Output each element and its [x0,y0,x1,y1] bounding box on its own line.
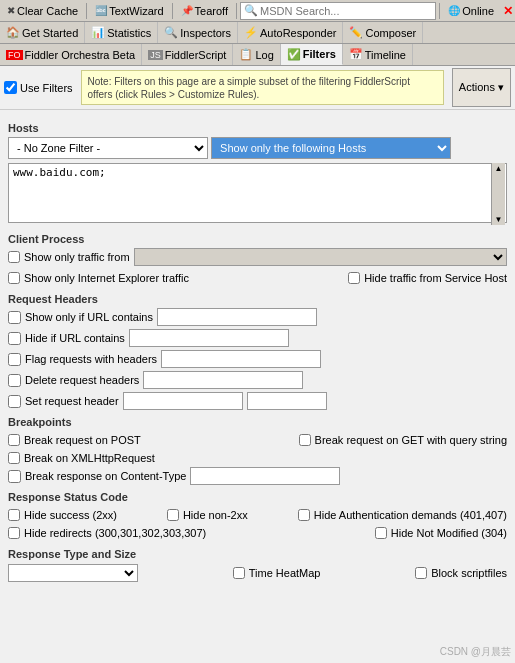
flag-headers-input[interactable] [161,350,321,368]
hide-url-label: Hide if URL contains [25,332,125,344]
composer-icon: ✏️ [349,26,363,39]
traffic-from-select[interactable] [134,248,507,266]
hide-url-input[interactable]: png [129,329,289,347]
delete-headers-label: Delete request headers [25,374,139,386]
clear-cache-icon: ✖ [7,5,15,16]
break-post-label: Break request on POST [24,434,141,446]
hide-service-checkbox[interactable] [348,272,360,284]
filter-bar: Use Filters Note: Filters on this page a… [0,66,515,110]
log-icon: 📋 [239,48,253,61]
breakpoints-row1: Break request on POST Break request on G… [8,431,507,449]
separator3 [236,3,237,19]
hosts-textarea[interactable]: www.baidu.com; [8,163,507,223]
block-scripts-checkbox[interactable] [415,567,427,579]
use-filters-checkbox-row: Use Filters [4,68,73,107]
response-row2: Hide redirects (300,301,302,303,307) Hid… [8,524,507,542]
break-get-checkbox[interactable] [299,434,311,446]
hide-auth-checkbox[interactable] [298,509,310,521]
flag-headers-row: Flag requests with headers [8,350,507,368]
filters-icon: ✅ [287,48,301,61]
orchestra-icon: FO [6,50,23,60]
content-type-input[interactable] [190,467,340,485]
use-filters-label: Use Filters [20,82,73,94]
online-button[interactable]: 🌐 Online [443,1,499,21]
use-filters-checkbox[interactable] [4,81,17,94]
delete-headers-row: Delete request headers [8,371,507,389]
tab-timeline[interactable]: 📅 Timeline [343,44,413,65]
tab-get-started[interactable]: 🏠 Get Started [0,22,85,43]
ie-traffic-row: Show only Internet Explorer traffic Hide… [8,269,507,287]
hide-redirects-checkbox[interactable] [8,527,20,539]
break-post-checkbox[interactable] [8,434,20,446]
online-icon: 🌐 [448,5,460,16]
tearoff-button[interactable]: 📌 Tearoff [176,1,233,21]
statistics-icon: 📊 [91,26,105,39]
time-heatmap-label: Time HeatMap [249,567,321,579]
response-type-select-row [8,564,138,582]
tab-filters[interactable]: ✅ Filters [281,44,343,65]
watermark: CSDN @月晨芸 [440,645,511,659]
hide-not-modified-label: Hide Not Modified (304) [391,527,507,539]
scrollbar[interactable]: ▲ ▼ [491,163,505,225]
url-contains-checkbox[interactable] [8,311,21,324]
separator2 [172,3,173,19]
hide-success-checkbox[interactable] [8,509,20,521]
actions-button[interactable]: Actions ▾ [452,68,511,107]
tab-fiddler-orchestra[interactable]: FO Fiddler Orchestra Beta [0,44,142,65]
scroll-down-icon[interactable]: ▼ [495,215,503,224]
search-box[interactable]: 🔍 [240,2,436,20]
autoresponder-icon: ⚡ [244,26,258,39]
msdn-search-input[interactable] [260,5,432,17]
hide-redirects-label: Hide redirects (300,301,302,303,307) [24,527,206,539]
show-traffic-checkbox[interactable] [8,251,20,263]
host-filter-select[interactable]: Show only the following HostsHide the fo… [211,137,451,159]
tab-bar-2: FO Fiddler Orchestra Beta JS FiddlerScri… [0,44,515,66]
url-contains-input[interactable] [157,308,317,326]
url-contains-label: Show only if URL contains [25,311,153,323]
scroll-up-icon[interactable]: ▲ [495,164,503,173]
tab-statistics[interactable]: 📊 Statistics [85,22,158,43]
flag-headers-label: Flag requests with headers [25,353,157,365]
set-header-value-input[interactable] [247,392,327,410]
hide-non2xx-checkbox[interactable] [167,509,179,521]
hide-auth-label: Hide Authentication demands (401,407) [314,509,507,521]
tab-autoresponder[interactable]: ⚡ AutoResponder [238,22,343,43]
tab-inspectors[interactable]: 🔍 Inspectors [158,22,238,43]
set-header-row: Set request header [8,392,507,410]
ie-traffic-checkbox[interactable] [8,272,20,284]
set-header-name-input[interactable] [123,392,243,410]
response-status-label: Response Status Code [8,491,507,503]
content-type-label: Break response on Content-Type [25,470,186,482]
time-heatmap-checkbox[interactable] [233,567,245,579]
break-get-label: Break request on GET with query string [315,434,507,446]
block-scripts-label: Block scriptfiles [431,567,507,579]
text-wizard-button[interactable]: 🔤 TextWizard [90,1,168,21]
get-started-icon: 🏠 [6,26,20,39]
show-traffic-label: Show only traffic from [24,251,130,263]
clear-cache-button[interactable]: ✖ Clear Cache [2,1,83,21]
url-contains-row: Show only if URL contains [8,308,507,326]
set-header-checkbox[interactable] [8,395,21,408]
hide-not-modified-checkbox[interactable] [375,527,387,539]
response-type-row: Time HeatMap Block scriptfiles [8,564,507,582]
hide-non2xx-label: Hide non-2xx [183,509,248,521]
search-icon: 🔍 [244,4,258,17]
tab-composer[interactable]: ✏️ Composer [343,22,423,43]
tab-bar: 🏠 Get Started 📊 Statistics 🔍 Inspectors … [0,22,515,44]
xmlhttp-row: Break on XMLHttpRequest [8,452,507,464]
close-button[interactable]: ✕ [503,4,513,18]
delete-headers-checkbox[interactable] [8,374,21,387]
xmlhttp-checkbox[interactable] [8,452,20,464]
delete-headers-input[interactable] [143,371,303,389]
zone-filter-select[interactable]: - No Zone Filter -Zone 1Zone 2 [8,137,208,159]
timeline-icon: 📅 [349,48,363,61]
content-type-checkbox[interactable] [8,470,21,483]
hide-url-checkbox[interactable] [8,332,21,345]
separator [86,3,87,19]
xmlhttp-label: Break on XMLHttpRequest [24,452,155,464]
tab-log[interactable]: 📋 Log [233,44,280,65]
tab-fiddlerscript[interactable]: JS FiddlerScript [142,44,233,65]
flag-headers-checkbox[interactable] [8,353,21,366]
response-type-select[interactable] [8,564,138,582]
separator4 [439,3,440,19]
